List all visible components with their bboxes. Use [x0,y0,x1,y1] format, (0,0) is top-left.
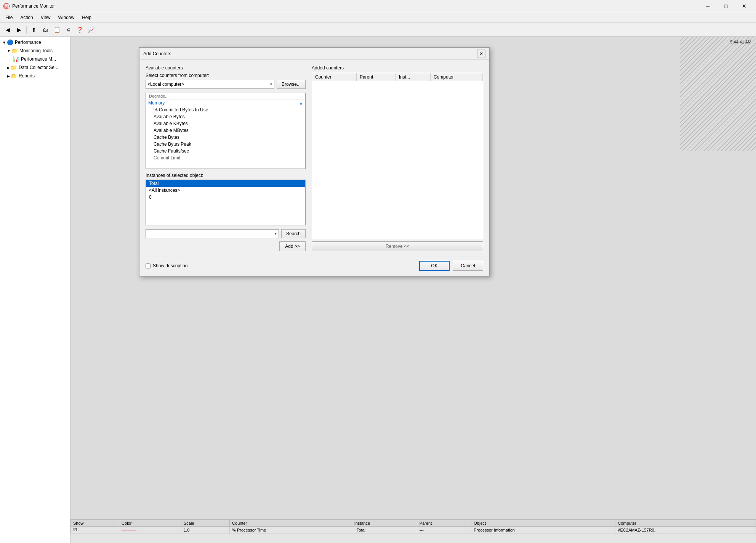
add-button[interactable]: Add >> [279,241,306,251]
expand-arrow-reports: ▶ [7,74,10,78]
list-item-available-bytes[interactable]: Available Bytes [146,113,305,120]
header-computer: Computer [430,73,482,81]
list-item-committed[interactable]: % Committed Bytes In Use [146,106,305,113]
expand-arrow: ▼ [2,40,6,45]
search-button[interactable]: Search [281,229,306,238]
right-panel: Added counters Counter Parent Inst... Co… [312,65,483,251]
list-item-cache-bytes[interactable]: Cache Bytes [146,134,305,141]
computer-select[interactable]: <Local computer> [146,80,274,89]
menu-window[interactable]: Window [54,13,78,22]
collapse-icon: ▲ [299,101,303,105]
sidebar-item-performance-monitor[interactable]: 📊 Performance M... [0,55,70,63]
back-button[interactable]: ◀ [2,25,13,35]
sidebar-item-label: Data Collector Se... [19,65,58,70]
add-row: Add >> [146,241,306,251]
sidebar-item-data-collector-set[interactable]: ▶ 📁 Data Collector Se... [0,63,70,72]
instances-container[interactable]: Total <All instances> 0 [146,180,306,225]
list-item-cache-bytes-peak[interactable]: Cache Bytes Peak [146,141,305,148]
instance-0[interactable]: 0 [146,194,305,201]
content-area: 5:44:41 AM Show Color Scale Counter Inst… [70,37,756,543]
dialog-title: Add Counters [143,51,477,56]
dialog-footer: Show description OK Cancel [139,257,489,276]
computer-select-wrapper: <Local computer> [146,80,274,89]
cancel-button[interactable]: Cancel [453,261,483,271]
list-item-available-kbytes[interactable]: Available KBytes [146,120,305,127]
left-panel: Available counters Select counters from … [146,65,306,251]
sidebar-item-label: Monitoring Tools [19,48,53,53]
show-description-checkbox[interactable] [146,263,151,268]
view-graph-button[interactable]: 📈 [86,25,96,35]
dialog-overlay: Add Counters ✕ Available counters Select… [70,37,756,543]
add-counters-dialog: Add Counters ✕ Available counters Select… [139,47,490,276]
counter-list-container[interactable]: Degrade... Memory ▲ % Committed Bytes In… [146,93,306,169]
dialog-body: Available counters Select counters from … [139,60,489,257]
header-inst: Inst... [396,73,430,81]
show-hide-tree-button[interactable]: 🗂 [40,25,51,35]
minimize-button[interactable]: ─ [699,0,716,12]
instance-total[interactable]: Total [146,180,305,187]
close-button[interactable]: ✕ [735,0,753,12]
search-input-wrapper [146,229,279,238]
restore-button[interactable]: □ [717,0,735,12]
show-description-row[interactable]: Show description [146,263,187,268]
expand-arrow-monitoring: ▼ [7,49,11,53]
sidebar-item-label: Reports [19,73,35,79]
search-select[interactable] [146,229,279,238]
list-item-memory[interactable]: Memory ▲ [146,100,305,106]
window-controls: ─ □ ✕ [699,0,753,12]
computer-row: <Local computer> Browse... [146,80,306,89]
data-collector-icon: 📁 [11,64,17,71]
perf-monitor-icon: 📊 [13,56,19,62]
sidebar-item-reports[interactable]: ▶ 📁 Reports [0,72,70,80]
up-button[interactable]: ⬆ [29,25,39,35]
ok-button[interactable]: OK [419,261,450,271]
reports-icon: 📁 [11,73,17,79]
expand-arrow-dcs: ▶ [7,66,10,70]
menu-file[interactable]: File [2,13,16,22]
sidebar-item-monitoring-tools[interactable]: ▼ 📁 Monitoring Tools [0,47,70,55]
show-description-label: Show description [153,263,187,268]
header-parent: Parent [356,73,396,81]
remove-button[interactable]: Remove << [312,241,483,251]
sidebar: ▼ 🔵 Performance ▼ 📁 Monitoring Tools 📊 P… [0,37,70,543]
instances-label: Instances of selected object: [146,173,306,178]
toolbar: ◀ ▶ ⬆ 🗂 📋 🖨 ❓ 📈 [0,23,756,37]
added-counters-label: Added counters [312,65,483,71]
select-from-label: Select counters from computer: [146,73,306,78]
app-icon: 📊 [3,3,10,10]
monitoring-tools-icon: 📁 [11,48,18,54]
main-layout: ▼ 🔵 Performance ▼ 📁 Monitoring Tools 📊 P… [0,37,756,543]
browse-button[interactable]: Browse... [277,80,306,89]
instance-all[interactable]: <All instances> [146,187,305,194]
svg-text:📊: 📊 [4,4,9,9]
title-bar: 📊 Performance Monitor ─ □ ✕ [0,0,756,12]
window-title: Performance Monitor [12,3,699,9]
menu-help[interactable]: Help [78,13,95,22]
dialog-close-button[interactable]: ✕ [477,50,485,58]
memory-label: Memory [148,100,165,106]
list-item-commit-limit[interactable]: Commit Limit [146,154,305,161]
list-item-cache-faults[interactable]: Cache Faults/sec [146,148,305,154]
properties-button[interactable]: 📋 [51,25,62,35]
sidebar-item-label: Performance M... [21,56,56,62]
search-row: Search [146,229,306,238]
help-button[interactable]: ❓ [74,25,85,35]
menu-action[interactable]: Action [16,13,37,22]
available-counters-label: Available counters [146,65,306,71]
list-item-available-mbytes[interactable]: Available MBytes [146,127,305,134]
menu-bar: File Action View Window Help [0,12,756,23]
added-counters-table[interactable]: Counter Parent Inst... Computer [312,73,483,239]
sidebar-item-performance[interactable]: ▼ 🔵 Performance [0,38,70,47]
dialog-titlebar: Add Counters ✕ [139,48,489,60]
forward-button[interactable]: ▶ [14,25,24,35]
footer-buttons: OK Cancel [419,261,483,271]
header-counter: Counter [312,73,356,81]
menu-view[interactable]: View [37,13,54,22]
list-item-degrade[interactable]: Degrade... [146,93,305,100]
print-button[interactable]: 🖨 [63,25,74,35]
performance-icon: 🔵 [7,39,13,45]
sidebar-item-label: Performance [15,40,41,45]
